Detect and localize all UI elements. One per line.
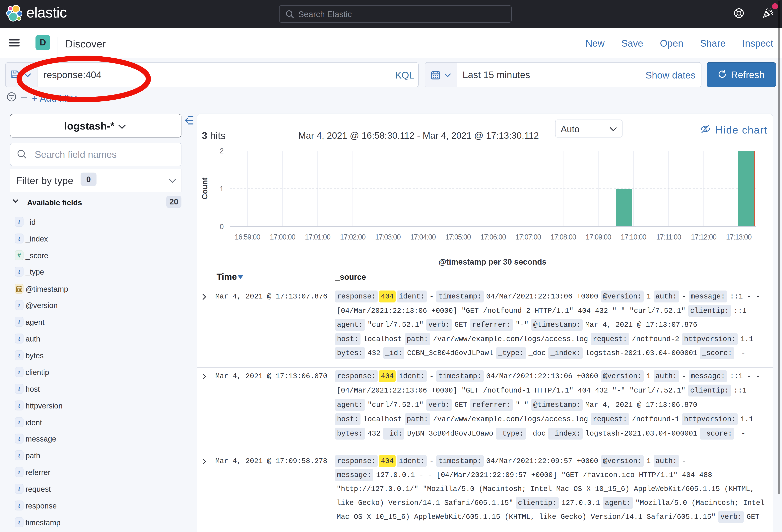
svg-text:17:06:00: 17:06:00: [480, 233, 506, 241]
svg-text:17:04:00: 17:04:00: [410, 233, 436, 241]
svg-text:1: 1: [220, 185, 224, 193]
svg-text:17:12:00: 17:12:00: [691, 233, 716, 241]
svg-text:2: 2: [220, 147, 224, 155]
svg-text:17:03:00: 17:03:00: [375, 233, 400, 241]
svg-text:17:05:00: 17:05:00: [445, 233, 471, 241]
svg-text:17:08:00: 17:08:00: [550, 233, 576, 241]
svg-text:17:01:00: 17:01:00: [305, 233, 330, 241]
svg-text:17:09:00: 17:09:00: [585, 233, 611, 241]
svg-text:17:07:00: 17:07:00: [516, 233, 541, 241]
svg-text:@timestamp per 30 seconds: @timestamp per 30 seconds: [438, 258, 546, 266]
svg-text:0: 0: [220, 223, 224, 231]
svg-text:17:00:00: 17:00:00: [270, 233, 295, 241]
svg-text:17:10:00: 17:10:00: [621, 233, 646, 241]
svg-text:17:02:00: 17:02:00: [340, 233, 365, 241]
svg-text:16:59:00: 16:59:00: [235, 233, 260, 241]
svg-text:17:11:00: 17:11:00: [656, 233, 681, 241]
svg-text:17:13:00: 17:13:00: [726, 233, 751, 241]
svg-text:Count: Count: [201, 178, 209, 199]
